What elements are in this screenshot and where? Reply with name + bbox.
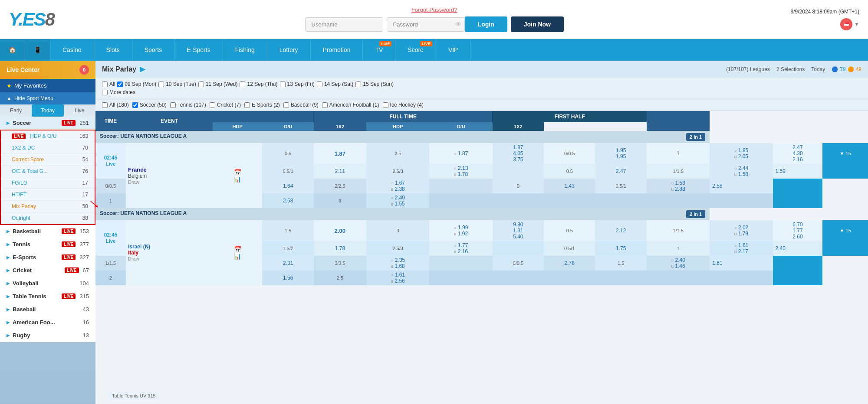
filter-13sep-checkbox[interactable] [280, 81, 286, 87]
sport-filter-soccer[interactable]: Soccer (50) [132, 102, 167, 108]
nav-esports[interactable]: E-Sports [174, 39, 223, 61]
israel-odds2[interactable]: 1.78 [314, 241, 366, 256]
username-input[interactable] [305, 17, 383, 32]
tab-early[interactable]: Early [0, 104, 32, 117]
filter-14sep-checkbox[interactable] [317, 81, 322, 87]
sub-item-fglg[interactable]: FG/LG 17 [1, 177, 95, 189]
nav-score[interactable]: Score LIVE [395, 39, 436, 61]
france-odds4[interactable]: 2.58 [262, 193, 313, 208]
israel-odds[interactable]: 2.00 [314, 220, 366, 241]
israel-oh3[interactable]: ○ 2.40u 1.46 [647, 256, 710, 270]
tab-today[interactable]: Today [32, 104, 63, 117]
sport-filter-baseball[interactable]: Baseball (9) [283, 102, 319, 108]
calendar-icon[interactable]: 📅 [215, 169, 260, 176]
israel-odds4[interactable]: 1.56 [262, 270, 313, 285]
israel-o2[interactable]: ○ 1.77u 2.16 [429, 241, 492, 256]
sport-item-cricket[interactable]: ▶ Cricket LIVE 67 [0, 264, 95, 277]
france-o2[interactable]: ○ 2.13u 1.78 [429, 164, 492, 179]
mix-parlay-arrow-icon[interactable]: ▶ [140, 65, 145, 73]
sub-item-1x2[interactable]: 1X2 & DC 70 [1, 142, 95, 154]
nav-mobile[interactable]: 📱 [25, 39, 50, 61]
filter-09sep[interactable]: 09 Sep (Mon) [117, 81, 156, 87]
login-button[interactable]: Login [465, 16, 507, 32]
france-odds-h2[interactable]: 2.47 [595, 164, 646, 179]
sport-item-tennis[interactable]: ▶ Tennis LIVE 377 [0, 238, 95, 251]
sport-filter-esports[interactable]: E-Sports (2) [244, 102, 280, 108]
password-input[interactable] [387, 17, 465, 32]
filter-all-checkbox[interactable] [102, 81, 108, 87]
filter-12sep[interactable]: 12 Sep (Thu) [240, 81, 277, 87]
sport-filter-ice-hockey[interactable]: Ice Hockey (4) [383, 102, 424, 108]
sport-item-soccer[interactable]: ▶ Soccer LIVE 251 [0, 117, 95, 130]
sport-item-american-football[interactable]: ▶ American Foo... 16 [0, 316, 95, 329]
filter-12sep-checkbox[interactable] [240, 81, 245, 87]
nav-slots[interactable]: Slots [94, 39, 132, 61]
sport-filter-all-cb[interactable] [102, 102, 108, 108]
filter-14sep[interactable]: 14 Sep (Sat) [317, 81, 353, 87]
israel-oh1[interactable]: ○ 2.02u 1.79 [710, 220, 773, 241]
france-oh3[interactable]: ○ 1.53u 2.88 [647, 179, 710, 193]
sport-item-volleyball[interactable]: ▶ Volleyball 104 [0, 277, 95, 290]
nav-home[interactable]: 🏠 [0, 39, 25, 61]
filter-15sep-checkbox[interactable] [355, 81, 361, 87]
israel-oh2[interactable]: ○ 1.61u 2.17 [710, 241, 773, 256]
sport-filter-all[interactable]: All (180) [102, 102, 129, 108]
israel-arrow[interactable]: ▼ 15 [822, 220, 868, 241]
sport-filter-esports-cb[interactable] [244, 102, 250, 108]
filter-11sep[interactable]: 11 Sep (Wed) [198, 81, 238, 87]
france-arrow-down[interactable]: ▼ 15 [822, 143, 868, 164]
sub-item-oe[interactable]: O/E & Total G... 76 [1, 166, 95, 177]
sport-filter-baseball-cb[interactable] [283, 102, 289, 108]
france-oh1[interactable]: ○ 1.85 u 2.05 [710, 143, 773, 164]
forgot-password-link[interactable]: Forgot Password? [411, 7, 457, 13]
filter-09sep-checkbox[interactable] [117, 81, 123, 87]
france-o4[interactable]: ○ 2.49u 1.55 [366, 193, 429, 208]
sub-item-outright[interactable]: Outright 88 [1, 212, 95, 224]
israel-odds-h2[interactable]: 1.75 [595, 241, 646, 256]
filter-more-dates-checkbox[interactable] [102, 90, 108, 95]
nav-vip[interactable]: VIP [436, 39, 471, 61]
france-odds-h1[interactable]: 1.95 1.95 [595, 143, 646, 164]
filter-10sep-checkbox[interactable] [158, 81, 164, 87]
sport-filter-tennis-cb[interactable] [170, 102, 176, 108]
israel-odds-h3[interactable]: 2.78 [544, 256, 595, 270]
israel-o[interactable]: ○ 1.99u 1.92 [429, 220, 492, 241]
nav-fishing[interactable]: Fishing [223, 39, 267, 61]
sport-filter-soccer-cb[interactable] [132, 102, 138, 108]
france-o3[interactable]: ○ 1.67u 2.38 [366, 179, 429, 193]
france-o-val[interactable]: ○ 1.87 [429, 143, 492, 164]
filter-all[interactable]: All [102, 81, 115, 87]
israel-odds-h1[interactable]: 2.12 [595, 220, 646, 241]
sport-filter-american-football[interactable]: American Football (1) [322, 102, 379, 108]
filter-11sep-checkbox[interactable] [198, 81, 204, 87]
two-in-one-2[interactable]: 2 in 1 [686, 210, 705, 218]
filter-15sep[interactable]: 15 Sep (Sun) [355, 81, 394, 87]
france-odds-h3[interactable]: 1.43 [544, 179, 595, 193]
nav-lottery[interactable]: Lottery [267, 39, 311, 61]
sport-filter-american-football-cb[interactable] [322, 102, 328, 108]
sport-filter-ice-hockey-cb[interactable] [383, 102, 388, 108]
sport-filter-cricket-cb[interactable] [210, 102, 215, 108]
nav-promotion[interactable]: Promotion [311, 39, 363, 61]
france-odds3[interactable]: 1.64 [262, 179, 313, 193]
calendar-icon-2[interactable]: 📅 [215, 246, 260, 253]
sport-filter-cricket[interactable]: Cricket (7) [210, 102, 241, 108]
sport-item-esports[interactable]: ▶ E-Sports LIVE 327 [0, 251, 95, 264]
nav-casino[interactable]: Casino [50, 39, 94, 61]
chevron-down-icon[interactable]: ▼ [854, 21, 859, 27]
my-favorites[interactable]: ★ My Favorites [0, 79, 95, 92]
filter-more-dates[interactable]: More dates [102, 89, 135, 95]
sport-item-table-tennis[interactable]: ▶ Table Tennis LIVE 315 [0, 290, 95, 303]
israel-odds3[interactable]: 2.31 [262, 256, 313, 270]
filter-13sep[interactable]: 13 Sep (Fri) [280, 81, 315, 87]
israel-o4[interactable]: ○ 1.61u 2.56 [366, 270, 429, 285]
sub-item-hdp[interactable]: LIVE HDP & O/U 163 [1, 130, 95, 142]
sub-item-mix-parlay[interactable]: Mix Parlay 50 [1, 201, 95, 212]
sport-item-baseball[interactable]: ▶ Baseball 43 [0, 303, 95, 316]
nav-tv[interactable]: TV LIVE [363, 39, 395, 61]
stats-icon[interactable]: 📊 [215, 176, 260, 182]
stats-icon-2[interactable]: 📊 [215, 253, 260, 260]
sport-filter-tennis[interactable]: Tennis (107) [170, 102, 206, 108]
sport-item-basketball[interactable]: ▶ Basketball LIVE 153 [0, 225, 95, 238]
nav-sports[interactable]: Sports [132, 39, 174, 61]
